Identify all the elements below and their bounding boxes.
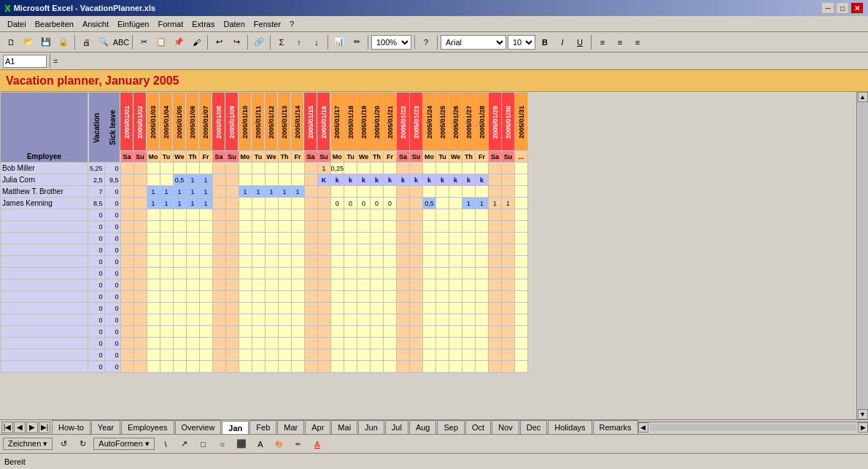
day-cell[interactable] bbox=[384, 163, 397, 174]
scroll-left-button[interactable]: ◀ bbox=[638, 422, 648, 433]
day-cell[interactable] bbox=[291, 163, 304, 174]
day-cell[interactable] bbox=[449, 163, 462, 174]
day-cell[interactable]: k bbox=[449, 174, 462, 186]
menu-daten[interactable]: Daten bbox=[219, 18, 249, 30]
font-combo[interactable]: Arial bbox=[441, 35, 506, 50]
day-cell[interactable] bbox=[199, 163, 212, 174]
menu-bearbeiten[interactable]: Bearbeiten bbox=[31, 18, 78, 30]
print-button[interactable]: 🖨 bbox=[78, 34, 94, 50]
day-cell[interactable]: k bbox=[410, 174, 423, 186]
day-cell[interactable]: 1 bbox=[186, 198, 199, 209]
day-cell[interactable] bbox=[436, 186, 449, 198]
day-cell[interactable]: 0 bbox=[344, 198, 357, 209]
day-cell[interactable]: 0 bbox=[330, 198, 344, 209]
scrollbar-vertical[interactable]: ▲ ▼ bbox=[856, 92, 868, 419]
tab-remarks[interactable]: Remarks bbox=[593, 420, 638, 435]
save-button[interactable]: 💾 bbox=[38, 34, 54, 50]
day-cell[interactable] bbox=[410, 186, 423, 198]
day-cell[interactable] bbox=[397, 186, 410, 198]
day-cell[interactable]: 1 bbox=[199, 198, 212, 209]
day-cell[interactable] bbox=[133, 174, 147, 186]
align-right-button[interactable]: ≡ bbox=[629, 34, 646, 50]
menu-ansicht[interactable]: Ansicht bbox=[78, 18, 113, 30]
day-cell[interactable] bbox=[357, 163, 371, 174]
day-cell[interactable] bbox=[502, 186, 515, 198]
day-cell[interactable]: 1 bbox=[265, 186, 278, 198]
day-cell[interactable] bbox=[502, 163, 515, 174]
day-cell[interactable] bbox=[489, 163, 502, 174]
day-cell[interactable] bbox=[265, 163, 278, 174]
day-cell[interactable]: 1 bbox=[291, 186, 304, 198]
employee-name[interactable]: Bob Miller bbox=[1, 163, 88, 174]
day-cell[interactable]: k bbox=[476, 174, 489, 186]
day-cell[interactable]: 0 bbox=[384, 198, 397, 209]
day-cell[interactable] bbox=[397, 163, 410, 174]
day-cell[interactable] bbox=[515, 174, 528, 186]
employee-sick[interactable]: 0 bbox=[104, 186, 120, 198]
day-cell[interactable] bbox=[489, 186, 502, 198]
day-cell[interactable]: 0 bbox=[357, 198, 371, 209]
day-cell[interactable] bbox=[160, 174, 173, 186]
day-cell[interactable] bbox=[317, 186, 330, 198]
underline-button[interactable]: U bbox=[572, 34, 588, 50]
day-cell[interactable] bbox=[212, 174, 225, 186]
day-cell[interactable] bbox=[278, 198, 291, 209]
tab-apr[interactable]: Apr bbox=[305, 420, 330, 435]
copy-button[interactable]: 📋 bbox=[153, 34, 169, 50]
day-cell[interactable]: 1 bbox=[502, 198, 515, 209]
fontsize-combo[interactable]: 10 bbox=[508, 35, 535, 50]
day-cell[interactable] bbox=[357, 186, 371, 198]
day-cell[interactable] bbox=[225, 174, 239, 186]
ellipse-tool[interactable]: ○ bbox=[214, 436, 230, 452]
scrollbar-horizontal[interactable]: ◀ ▶ bbox=[638, 422, 868, 433]
maximize-button[interactable]: □ bbox=[836, 2, 849, 14]
day-cell[interactable]: 0,5 bbox=[423, 198, 436, 209]
day-cell[interactable]: 0,25 bbox=[330, 163, 344, 174]
day-cell[interactable] bbox=[449, 186, 462, 198]
day-cell[interactable] bbox=[239, 174, 252, 186]
tab-next-button[interactable]: ▶ bbox=[26, 422, 38, 433]
day-cell[interactable] bbox=[120, 174, 133, 186]
day-cell[interactable]: 1 bbox=[173, 198, 186, 209]
day-cell[interactable] bbox=[278, 174, 291, 186]
day-cell[interactable]: k bbox=[357, 174, 371, 186]
tab-how-to[interactable]: How-to bbox=[52, 420, 90, 435]
zoom-combo[interactable]: 100% bbox=[371, 35, 411, 50]
redo-button[interactable]: ↪ bbox=[228, 34, 244, 50]
scroll-up-button[interactable]: ▲ bbox=[858, 92, 868, 102]
day-cell[interactable]: 1 bbox=[147, 198, 160, 209]
menu-help[interactable]: ? bbox=[285, 18, 298, 30]
day-cell[interactable] bbox=[330, 186, 344, 198]
day-cell[interactable]: k bbox=[462, 174, 476, 186]
scroll-right-button[interactable]: ▶ bbox=[858, 422, 868, 433]
day-cell[interactable]: 1 bbox=[173, 186, 186, 198]
day-cell[interactable]: 1 bbox=[199, 186, 212, 198]
spell-check-button[interactable]: ABC bbox=[113, 34, 129, 50]
day-cell[interactable] bbox=[252, 163, 265, 174]
scroll-down-button[interactable]: ▼ bbox=[858, 409, 868, 419]
day-cell[interactable] bbox=[291, 174, 304, 186]
tab-mai[interactable]: Mai bbox=[331, 420, 357, 435]
day-cell[interactable]: 0 bbox=[371, 198, 384, 209]
day-cell[interactable] bbox=[120, 186, 133, 198]
tab-nov[interactable]: Nov bbox=[492, 420, 519, 435]
day-cell[interactable] bbox=[133, 198, 147, 209]
day-cell[interactable] bbox=[304, 198, 317, 209]
day-cell[interactable]: 1 bbox=[199, 174, 212, 186]
day-cell[interactable] bbox=[397, 198, 410, 209]
undo-button[interactable]: ↩ bbox=[211, 34, 227, 50]
close-button[interactable]: ✕ bbox=[850, 2, 864, 14]
day-cell[interactable] bbox=[515, 186, 528, 198]
day-cell[interactable]: 1 bbox=[147, 186, 160, 198]
day-cell[interactable]: k bbox=[436, 174, 449, 186]
employee-sick[interactable]: 0 bbox=[104, 198, 120, 209]
employee-vacation[interactable]: 8,5 bbox=[88, 198, 105, 209]
day-cell[interactable] bbox=[212, 198, 225, 209]
day-cell[interactable]: 0,5 bbox=[173, 174, 186, 186]
employee-sick[interactable]: 9,5 bbox=[104, 174, 120, 186]
day-cell[interactable] bbox=[436, 163, 449, 174]
day-cell[interactable] bbox=[371, 186, 384, 198]
day-cell[interactable]: k bbox=[423, 174, 436, 186]
tab-jun[interactable]: Jun bbox=[358, 420, 384, 435]
tab-employees[interactable]: Employees bbox=[121, 420, 174, 435]
